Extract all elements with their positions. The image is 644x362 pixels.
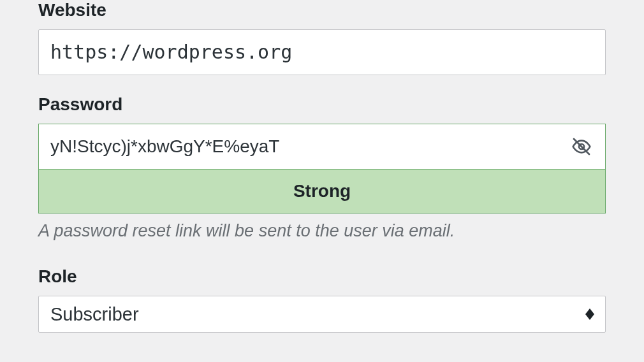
role-field: Role Subscriber — [38, 266, 606, 333]
password-input[interactable] — [38, 124, 606, 169]
toggle-password-visibility-button[interactable] — [569, 134, 594, 159]
website-label: Website — [38, 0, 606, 20]
password-hint: A password reset link will be sent to th… — [38, 221, 606, 241]
password-label: Password — [38, 94, 606, 115]
password-strength-indicator: Strong — [38, 169, 606, 214]
password-field: Password Strong A password reset link wi… — [38, 94, 606, 241]
website-field: Website — [38, 0, 606, 75]
role-label: Role — [38, 266, 606, 287]
eye-slash-icon — [571, 136, 592, 157]
role-select[interactable]: Subscriber — [38, 296, 606, 333]
website-input[interactable] — [38, 29, 606, 75]
